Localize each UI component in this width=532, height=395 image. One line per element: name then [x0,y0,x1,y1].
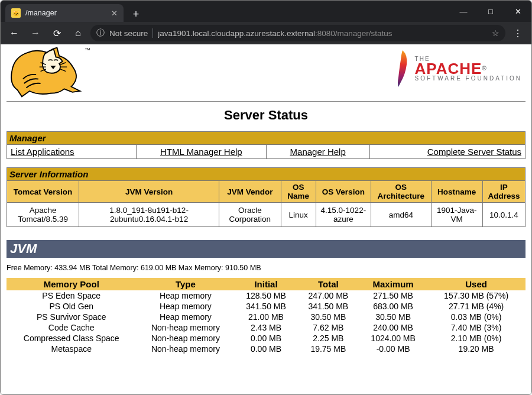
apache-sub: SOFTWARE FOUNDATION [415,75,522,82]
address-bar[interactable]: ⓘ Not secure java1901.local.cloudapp.azu… [90,25,505,41]
mem-initial: 0.00 MB [235,344,297,354]
bookmark-star-icon[interactable]: ☆ [492,28,499,38]
col-os-version: OS Version [316,181,371,203]
mem-used: 157.30 MB (57%) [427,290,525,301]
header-separator [7,101,525,102]
mem-initial: 21.00 MB [235,312,297,322]
val-os-arch: amd64 [371,203,431,227]
window-maximize-button[interactable]: □ [477,1,504,22]
mem-pool: PS Old Gen [7,301,137,312]
val-tomcat-version: Apache Tomcat/8.5.39 [7,203,79,227]
memory-pool-row: PS Eden SpaceHeap memory128.50 MB247.00 … [7,290,525,301]
val-os-name: Linux [281,203,316,227]
mem-pool: PS Eden Space [7,290,137,301]
mem-initial: 0.00 MB [235,333,297,344]
col-maximum: Maximum [359,278,427,290]
security-label: Not secure [109,29,148,38]
manager-header: Manager [7,132,525,145]
omnibox-divider [153,28,153,38]
memory-pool-row: PS Survivor SpaceHeap memory21.00 MB30.5… [7,312,525,322]
mem-used: 7.40 MB (3%) [427,322,525,333]
apache-logo: THE APACHE® SOFTWARE FOUNDATION [392,46,525,88]
home-button[interactable]: ⌂ [69,24,87,42]
val-jvm-version: 1.8.0_191-8u191-b12-2ubuntu0.16.04.1-b12 [79,203,219,227]
mem-total: 19.75 MB [297,344,359,354]
tomcat-logo [7,46,83,99]
jvm-header: JVM [7,240,525,258]
val-os-version: 4.15.0-1022-azure [316,203,371,227]
col-os-name: OS Name [281,181,316,203]
col-type: Type [137,278,235,290]
mem-pool: Code Cache [7,322,137,333]
val-jvm-vendor: Oracle Corporation [219,203,281,227]
mem-max: 30.50 MB [359,312,427,322]
tab-favicon: 🐱 [11,8,21,18]
col-total: Total [297,278,359,290]
not-secure-icon: ⓘ [96,28,105,38]
mem-initial: 341.50 MB [235,301,297,312]
mem-max: 271.50 MB [359,290,427,301]
memory-pool-row: MetaspaceNon-heap memory0.00 MB19.75 MB-… [7,344,525,354]
window-minimize-button[interactable]: ― [450,1,477,22]
col-initial: Initial [235,278,297,290]
server-info-row: Apache Tomcat/8.5.39 1.8.0_191-8u191-b12… [7,203,525,227]
complete-server-status-link[interactable]: Complete Server Status [427,147,521,157]
mem-type: Non-heap memory [137,333,235,344]
manager-table: Manager List Applications HTML Manager H… [7,131,525,159]
mem-initial: 128.50 MB [235,290,297,301]
feather-icon [392,49,413,88]
mem-initial: 2.43 MB [235,322,297,333]
col-hostname: Hostname [431,181,482,203]
list-applications-link[interactable]: List Applications [11,147,74,157]
memory-pool-row: Compressed Class SpaceNon-heap memory0.0… [7,333,525,344]
browser-menu-button[interactable]: ⋮ [509,28,527,39]
reload-button[interactable]: ⟳ [48,24,66,42]
back-button[interactable]: ← [5,24,23,42]
mem-max: 683.00 MB [359,301,427,312]
trademark-symbol: ™ [85,47,90,100]
browser-tab[interactable]: 🐱 /manager ✕ [5,4,124,22]
val-hostname: 1901-Java-VM [431,203,482,227]
mem-pool: PS Survivor Space [7,312,137,322]
val-ip-address: 10.0.1.4 [482,203,525,227]
memory-pool-row: PS Old GenHeap memory341.50 MB341.50 MB6… [7,301,525,312]
mem-used: 0.03 MB (0%) [427,312,525,322]
page-title: Server Status [7,108,525,123]
mem-used: 27.71 MB (4%) [427,301,525,312]
server-info-header: Server Information [7,168,525,181]
mem-pool: Metaspace [7,344,137,354]
tab-close-icon[interactable]: ✕ [111,9,118,18]
mem-type: Heap memory [137,301,235,312]
mem-type: Non-heap memory [137,344,235,354]
col-tomcat-version: Tomcat Version [7,181,79,203]
mem-total: 30.50 MB [297,312,359,322]
col-ip-address: IP Address [482,181,525,203]
mem-type: Non-heap memory [137,322,235,333]
new-tab-button[interactable]: + [128,7,144,22]
mem-total: 341.50 MB [297,301,359,312]
mem-total: 7.62 MB [297,322,359,333]
memory-pool-row: Code CacheNon-heap memory2.43 MB7.62 MB2… [7,322,525,333]
mem-total: 247.00 MB [297,290,359,301]
apache-name: APACHE® [415,62,522,75]
mem-type: Heap memory [137,312,235,322]
mem-type: Heap memory [137,290,235,301]
mem-used: 2.10 MB (0%) [427,333,525,344]
mem-total: 2.25 MB [297,333,359,344]
server-info-table: Server Information Tomcat Version JVM Ve… [7,167,525,227]
forward-button[interactable]: → [27,24,44,42]
col-jvm-version: JVM Version [79,181,219,203]
col-memory-pool: Memory Pool [7,278,137,290]
page-viewport[interactable]: ™ THE APACHE® SOFTWARE FOUNDATION Server… [1,44,531,395]
jvm-memory-summary: Free Memory: 433.94 MB Total Memory: 619… [7,264,525,272]
mem-used: 19.20 MB [427,344,525,354]
col-used: Used [427,278,525,290]
memory-pool-table: Memory Pool Type Initial Total Maximum U… [7,278,525,354]
html-manager-help-link[interactable]: HTML Manager Help [160,147,242,157]
mem-pool: Compressed Class Space [7,333,137,344]
mem-max: 240.00 MB [359,322,427,333]
url-text: java1901.local.cloudapp.azurestack.exter… [158,29,392,38]
window-close-button[interactable]: ✕ [504,1,531,22]
col-os-arch: OS Architecture [371,181,431,203]
manager-help-link[interactable]: Manager Help [290,147,346,157]
